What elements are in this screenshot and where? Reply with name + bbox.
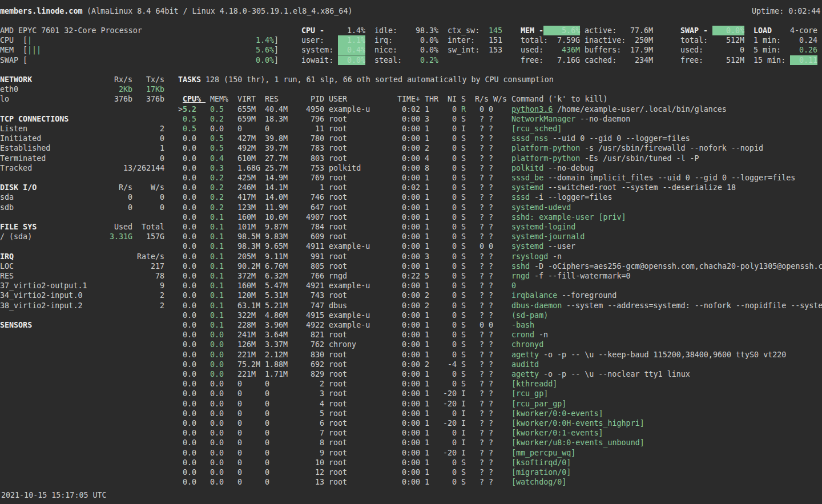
cell-read-rate: ? <box>480 173 484 183</box>
cpu-value: 0.4% <box>338 45 365 55</box>
column-header: MEM% <box>210 94 228 104</box>
column-header: Command ('k' to kill) <box>511 94 608 104</box>
mem-extra-label: cached: <box>585 55 616 65</box>
cell-time: 0:00 <box>402 389 420 398</box>
cell-read-rate: 0 <box>480 104 484 114</box>
cell-threads: 2 <box>425 291 429 300</box>
mem-extra-label: buffers: <box>585 45 621 55</box>
cell-nice: 0 <box>452 232 457 241</box>
cell-read-rate: 0 <box>480 320 484 330</box>
cell-res: 5.47M <box>265 281 288 291</box>
cell-res: 4.86M <box>265 311 288 320</box>
interrupts-value: 145 <box>489 26 502 35</box>
cell-pid: 9 <box>320 448 324 458</box>
cell-mem: 0.1 <box>210 311 224 320</box>
cell-mem: 0.2 <box>210 192 224 202</box>
cpu-extra-label: idle: <box>374 26 397 35</box>
row-value: 0 <box>160 154 164 163</box>
cell-threads: 1 <box>425 232 429 241</box>
cell-write-rate: ? <box>489 301 493 311</box>
cell-user: root <box>329 183 347 192</box>
cell-res: 5.31M <box>265 291 288 300</box>
column-header: R/s <box>475 94 489 104</box>
row-label: sda <box>0 192 14 202</box>
panel-title: FILE SYS <box>0 222 37 232</box>
cell-command-name: [rcu_par_gp] <box>511 399 566 409</box>
cell-command-args: /home/example-user/.local/bin/glances <box>557 104 727 114</box>
cell-status: S <box>461 212 466 222</box>
cell-pid: 692 <box>311 360 324 369</box>
cell-pid: 821 <box>311 330 324 340</box>
cell-nice: 0 <box>452 154 457 163</box>
cell-write-rate: ? <box>489 232 493 241</box>
cell-pid: 805 <box>311 261 324 271</box>
cell-threads: 1 <box>425 409 429 418</box>
cell-user: root <box>329 212 347 222</box>
cell-threads: 1 <box>425 438 429 447</box>
cell-time: 0:00 <box>402 340 420 349</box>
cell-user: polkitd <box>329 163 361 173</box>
cell-write-rate: ? <box>489 212 493 222</box>
cell-res: 0 <box>265 379 269 389</box>
cell-pid: 5 <box>320 409 324 418</box>
cell-write-rate: ? <box>489 222 493 232</box>
cell-cpu: 0.0 <box>183 399 196 409</box>
cell-command-args: -i --logger=files <box>534 192 612 202</box>
cpu-extra-value: 0.0% <box>420 35 438 45</box>
cell-command-name: [kworker/u8:0-events_unbound] <box>511 438 644 447</box>
cell-mem: 0.0 <box>210 428 224 438</box>
cell-user: root <box>329 143 347 153</box>
cell-nice: -20 <box>443 399 457 409</box>
cell-mem: 0.2 <box>210 183 224 192</box>
cell-threads: 1 <box>425 340 429 349</box>
cell-threads: 2 <box>425 360 429 369</box>
cell-command-name: agetty <box>511 350 539 360</box>
cell-command-args: -o -p -- \u --keep-baud 115200,38400,960… <box>543 350 786 360</box>
mem-label: MEM - <box>521 26 543 35</box>
cell-virt: 492M <box>237 143 256 153</box>
cell-pid: 4 <box>320 399 324 409</box>
cell-cpu: 0.5 <box>183 114 196 124</box>
cell-cpu: 0.0 <box>183 320 196 330</box>
row-value: 0 <box>160 192 164 202</box>
cell-write-rate: ? <box>489 438 493 447</box>
cell-pid: 647 <box>311 203 324 212</box>
cell-status: S <box>461 360 466 369</box>
cell-read-rate: ? <box>480 340 484 349</box>
cell-nice: 0 <box>452 438 457 447</box>
cell-mem: 0.0 <box>210 448 224 458</box>
cell-virt: 0 <box>237 428 242 438</box>
terminal-screen[interactable]: members.linode.com (AlmaLinux 8.4 64bit … <box>0 0 822 504</box>
cell-nice: 0 <box>452 114 457 124</box>
cell-command-args: -n <box>553 252 562 261</box>
cell-user: rngd <box>329 271 347 281</box>
column-header: RES <box>265 94 279 104</box>
cell-write-rate: ? <box>489 330 493 340</box>
mem-extra-value: 17.9M <box>630 45 653 55</box>
cell-cpu: 0.0 <box>183 192 196 202</box>
meter-label: SWAP <box>0 55 18 65</box>
cell-status: S <box>461 252 466 261</box>
cell-command-args: -o -p -- \u --noclear tty1 linux <box>543 369 690 379</box>
cell-pid: 769 <box>311 173 324 183</box>
mem-value: 7.16G <box>557 55 580 65</box>
cell-pid: 784 <box>311 222 324 232</box>
cell-pid: 12 <box>315 467 324 477</box>
cell-cpu: 0.0 <box>183 154 196 163</box>
cell-command-name: -bash <box>511 320 534 330</box>
cell-virt: 160M <box>237 212 256 222</box>
cell-res: 3.96M <box>265 320 288 330</box>
cell-time: 0:00 <box>402 241 420 251</box>
cell-virt: 0 <box>237 438 242 447</box>
cell-threads: 1 <box>425 369 429 379</box>
cell-status: S <box>461 291 466 300</box>
panel-title: IRQ <box>0 252 14 261</box>
row-label: LOC <box>0 261 14 271</box>
cell-mem: 0.0 <box>210 350 224 360</box>
cell-user: root <box>329 261 347 271</box>
cpu-extra-label: steal: <box>374 55 402 65</box>
cell-pid: 7 <box>320 428 324 438</box>
os-info: (AlmaLinux 8.4 64bit / Linux 4.18.0-305.… <box>82 6 352 16</box>
cell-command-name: polkitd <box>511 163 543 173</box>
cell-user: root <box>329 418 347 428</box>
